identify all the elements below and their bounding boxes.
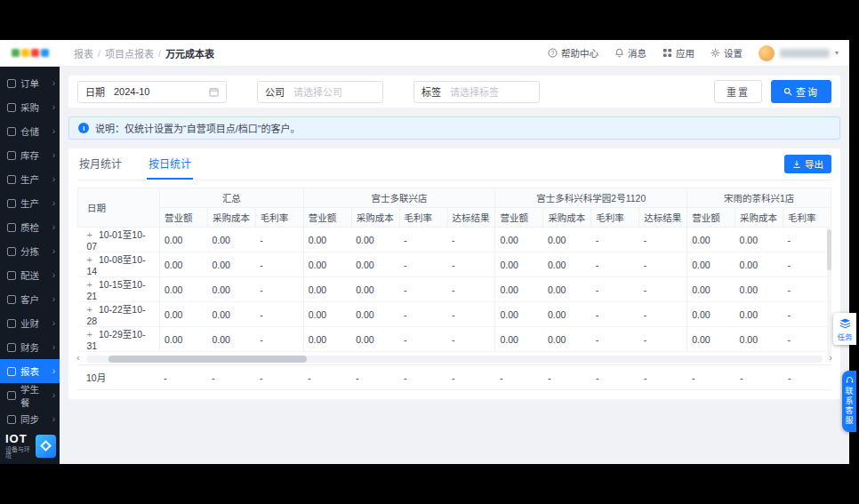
table-row: +10-29至10-310.000.00-0.000.00--0.000.00-… — [78, 327, 831, 352]
cell: 0.00 — [351, 252, 399, 277]
inventory-icon — [7, 151, 16, 160]
report-table: 日期汇总宫士多联兴店宫士多科兴科学园2号1120宋雨的茶科兴1店营业额采购成本毛… — [77, 188, 831, 352]
finance-icon — [7, 343, 16, 352]
cell: 0.00 — [303, 277, 351, 302]
scroll-thumb[interactable] — [108, 356, 308, 363]
scroll-track[interactable] — [86, 356, 823, 363]
tag-placeholder: 请选择标签 — [450, 84, 499, 99]
export-button[interactable]: 导出 — [784, 155, 831, 173]
header-menu-bell[interactable]: 消息 — [614, 46, 646, 60]
headset-icon — [846, 376, 854, 384]
support-fab-label: 联系客服 — [844, 387, 855, 426]
col-header-date: 日期 — [78, 188, 160, 228]
quality-icon — [7, 223, 16, 232]
cell: 0.00 — [351, 228, 399, 252]
sidebar-item-orders[interactable]: 订单› — [0, 71, 60, 95]
cell: 0.00 — [543, 252, 591, 277]
tab-monthly[interactable]: 按月统计 — [77, 156, 124, 180]
task-fab-label: 任务 — [837, 331, 852, 341]
vertical-scrollbar[interactable] — [827, 228, 831, 361]
sidebar-item-storage[interactable]: 仓储› — [0, 119, 60, 143]
cell: - — [639, 327, 687, 352]
col-header: 营业额 — [160, 208, 208, 228]
breadcrumb-item: 万元成本表 — [165, 46, 214, 60]
tag-label: 标签 — [421, 84, 441, 99]
iot-widget[interactable]: IOT 设备与环境 — [0, 431, 60, 464]
sidebar-item-reports[interactable]: 报表› — [0, 359, 60, 383]
expand-row-button[interactable]: + — [87, 279, 92, 290]
sidebar-item-production-1[interactable]: 生产› — [0, 167, 60, 191]
user-menu[interactable]: ▾ — [759, 45, 839, 61]
search-button[interactable]: 查询 — [771, 80, 831, 103]
cell: 0.00 — [351, 327, 399, 352]
task-fab[interactable]: 任务 — [833, 313, 856, 345]
sidebar-item-business-finance[interactable]: 业财› — [0, 311, 60, 335]
sidebar-item-delivery[interactable]: 配送› — [0, 263, 60, 287]
cell: - — [399, 228, 447, 252]
vertical-scroll-thumb[interactable] — [827, 229, 831, 270]
expand-row-button[interactable]: + — [87, 304, 92, 315]
sidebar-item-finance[interactable]: 财务› — [0, 335, 60, 359]
summary-cell: - — [255, 365, 303, 390]
cell: - — [783, 228, 831, 252]
header-menu-help[interactable]: ?帮助中心 — [548, 46, 598, 60]
col-header: 达标结果 — [447, 208, 495, 228]
cell: - — [783, 302, 831, 327]
sidebar-item-production-2[interactable]: 生产› — [0, 191, 60, 215]
breadcrumb-separator: / — [98, 48, 100, 59]
col-header: 达标结果 — [639, 208, 687, 228]
delivery-icon — [7, 271, 16, 280]
col-header: 毛利率 — [255, 208, 303, 228]
summary-cell: - — [783, 365, 831, 390]
report-card: 按月统计按日统计 导出 日期汇总宫士多联兴店宫士多科兴科学园2号1120宋雨的茶… — [68, 148, 840, 399]
expand-row-button[interactable]: + — [87, 329, 92, 340]
scroll-right-arrow[interactable]: › — [829, 353, 832, 363]
report-footer-table: 10月-------------- — [77, 364, 831, 390]
table-row: +10-01至10-070.000.00-0.000.00--0.000.00-… — [78, 228, 831, 252]
reset-button[interactable]: 重置 — [714, 80, 762, 103]
tab-daily[interactable]: 按日统计 — [147, 156, 193, 180]
contact-support-fab[interactable]: 联系客服 — [842, 371, 856, 432]
table-row: +10-22至10-280.000.00-0.000.00--0.000.00-… — [78, 302, 831, 327]
cell: - — [447, 228, 495, 252]
cell: - — [399, 252, 447, 277]
cell: 0.00 — [303, 302, 351, 327]
cell: - — [783, 277, 831, 302]
chevron-right-icon: › — [52, 318, 55, 328]
sidebar-item-purchase[interactable]: 采购› — [0, 95, 60, 119]
summary-cell: - — [495, 365, 543, 390]
scroll-left-arrow[interactable]: ‹ — [76, 353, 80, 363]
header-right: ?帮助中心消息应用设置 ▾ — [548, 45, 849, 61]
header-menu-gear[interactable]: 设置 — [710, 46, 743, 60]
layers-icon — [839, 317, 851, 329]
chevron-right-icon: › — [52, 150, 55, 160]
cell: - — [783, 252, 831, 277]
sidebar-item-sorting[interactable]: 分拣› — [0, 239, 60, 263]
date-picker[interactable]: 日期 2024-10 — [77, 81, 227, 103]
sidebar-item-customer[interactable]: 客户› — [0, 287, 60, 311]
tag-select[interactable]: 标签 请选择标签 — [413, 81, 540, 103]
col-header: 毛利率 — [591, 208, 639, 228]
company-select[interactable]: 公司 请选择公司 — [257, 81, 383, 103]
breadcrumb-item[interactable]: 项目点报表 — [105, 46, 154, 60]
cell: 0.00 — [735, 252, 783, 277]
cell: - — [783, 327, 831, 352]
expand-row-button[interactable]: + — [87, 229, 92, 240]
sidebar-item-quality[interactable]: 质检› — [0, 215, 60, 239]
col-header: 毛利率 — [783, 208, 831, 228]
sidebar-item-sync[interactable]: 同步› — [0, 407, 60, 431]
cell: 0.00 — [303, 228, 351, 252]
sidebar-item-student-meal[interactable]: 学生餐› — [0, 383, 60, 407]
chevron-right-icon: › — [52, 222, 55, 232]
cell: - — [639, 277, 687, 302]
chevron-right-icon: › — [52, 246, 55, 256]
chevron-right-icon: › — [52, 270, 55, 280]
breadcrumb-separator: / — [158, 48, 161, 59]
cell: - — [399, 327, 447, 352]
sidebar-item-inventory[interactable]: 库存› — [0, 143, 60, 167]
cell: - — [399, 302, 447, 327]
header-menu-grid[interactable]: 应用 — [662, 46, 694, 60]
expand-row-button[interactable]: + — [87, 254, 92, 265]
horizontal-scrollbar: ‹ › — [77, 355, 831, 364]
breadcrumb-item[interactable]: 报表 — [74, 46, 93, 60]
